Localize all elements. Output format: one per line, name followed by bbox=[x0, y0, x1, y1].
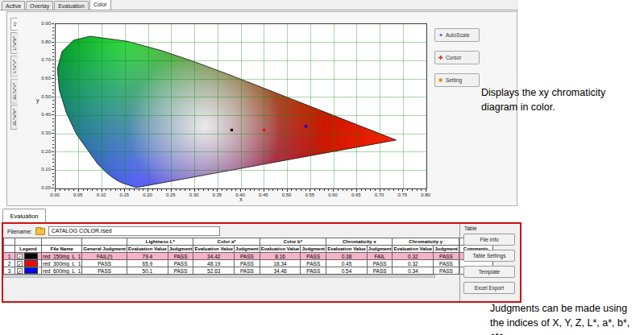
axis-tick bbox=[222, 189, 222, 191]
axis-tick bbox=[361, 189, 362, 191]
filename-field[interactable]: CATALOG COLOR.rsed bbox=[48, 226, 220, 236]
axis-tick bbox=[231, 189, 232, 191]
setting-label: Setting bbox=[446, 77, 462, 83]
cursor-button[interactable]: ✚Cursor bbox=[434, 51, 480, 64]
axis-tick bbox=[52, 31, 54, 31]
axis-tick bbox=[143, 189, 143, 191]
row-checkbox[interactable]: ✓ bbox=[17, 254, 23, 259]
excel-export-button[interactable]: Excel Export bbox=[463, 282, 515, 294]
file-name-cell: red_600mg_L_1 bbox=[42, 267, 82, 275]
value-cell: 0.38 bbox=[326, 253, 368, 260]
row-checkbox[interactable]: ✓ bbox=[17, 268, 23, 274]
filename-label: Filename: bbox=[7, 229, 32, 234]
side-tab-l-a-b[interactable]: L*a*b* bbox=[10, 32, 18, 54]
row-checkbox[interactable]: ✓ bbox=[17, 261, 23, 267]
axis-tick bbox=[319, 189, 320, 191]
axis-tick bbox=[52, 42, 54, 43]
column-header-general-judgment: General Judgment bbox=[82, 246, 127, 253]
axis-tick bbox=[217, 189, 218, 192]
axis-tick bbox=[52, 155, 54, 155]
axis-tick bbox=[52, 114, 54, 115]
file-info-button[interactable]: File Info bbox=[463, 234, 515, 246]
axis-tick bbox=[245, 189, 246, 191]
filename-row: Filename: CATALOG COLOR.rsed bbox=[7, 226, 220, 236]
tab-evaluation[interactable]: Evaluation bbox=[54, 1, 89, 10]
axis-tick bbox=[277, 189, 278, 191]
table-row[interactable]: 2✓red_300mg_L_1PASS65.9PASS48.19PASS18.3… bbox=[4, 260, 493, 267]
axis-tick bbox=[52, 64, 54, 64]
legend-cell: ✓ bbox=[16, 260, 40, 267]
table-row[interactable]: 3✓red_600mg_L_1PASS50.1PASS52.63PASS34.4… bbox=[4, 267, 493, 275]
value-cell: 0.45 bbox=[326, 260, 368, 267]
x-axis-tick-label: 0.80 bbox=[418, 192, 433, 197]
axis-tick bbox=[87, 189, 88, 191]
axis-tick bbox=[226, 189, 227, 191]
chart-buttons: ✦AutoScale✚Cursor✱Setting bbox=[434, 28, 480, 87]
autoscale-icon: ✦ bbox=[438, 32, 443, 38]
tab-color[interactable]: Color bbox=[89, 0, 111, 10]
axis-tick bbox=[78, 189, 79, 192]
value-cell: 0.32 bbox=[393, 260, 434, 267]
tab-overlay[interactable]: Overlay bbox=[26, 1, 53, 10]
x-axis-tick-label: 0.25 bbox=[164, 192, 178, 197]
tab-evaluation-bottom[interactable]: Evaluation bbox=[2, 209, 46, 222]
legend-swatch bbox=[24, 260, 38, 267]
panel-divider bbox=[459, 224, 460, 301]
data-point bbox=[305, 125, 307, 127]
axis-tick bbox=[384, 189, 384, 191]
evaluation-table: Lightness L*Color a*Color b*Chromaticity… bbox=[3, 238, 493, 275]
table-section-title: Table bbox=[464, 225, 477, 231]
legend-cell: ✓ bbox=[16, 253, 40, 259]
column-header-judgment: Judgment bbox=[168, 246, 193, 253]
table-settings-button[interactable]: Table Settings bbox=[463, 250, 515, 262]
group-header-color-b: Color b* bbox=[260, 238, 326, 246]
x-axis-tick-label: 0.45 bbox=[256, 192, 271, 197]
side-tab-l-u-v[interactable]: ΔL*u*v* bbox=[10, 79, 18, 104]
axis-tick bbox=[52, 126, 54, 126]
axis-tick bbox=[52, 93, 54, 93]
x-axis-title: x bbox=[236, 196, 246, 202]
folder-icon[interactable] bbox=[35, 228, 45, 235]
side-tab-xy[interactable]: xy bbox=[10, 18, 18, 31]
value-cell: PASS bbox=[434, 253, 459, 260]
axis-tick bbox=[52, 75, 54, 76]
axis-tick bbox=[333, 189, 334, 192]
x-axis-tick-label: 0.35 bbox=[210, 192, 224, 197]
side-tab-l-a-b[interactable]: ΔL*a*b* bbox=[10, 105, 18, 130]
top-tab-bar: ActiveOverlayEvaluationColor bbox=[0, 0, 518, 10]
autoscale-button[interactable]: ✦AutoScale bbox=[434, 28, 480, 42]
axis-tick bbox=[213, 189, 214, 191]
axis-tick bbox=[60, 189, 60, 191]
chart-side-tabs: xyL*a*b*L*u*v*ΔL*u*v*ΔL*a*b* bbox=[10, 18, 18, 130]
column-header-evaluation-value: Evaluation Value bbox=[393, 246, 434, 253]
tab-active[interactable]: Active bbox=[2, 1, 25, 10]
side-tab-l-u-v[interactable]: L*u*v* bbox=[10, 56, 18, 77]
axis-tick bbox=[52, 159, 54, 159]
table-horizontal-scrollbar[interactable] bbox=[3, 275, 435, 278]
axis-tick bbox=[52, 85, 54, 86]
axis-tick bbox=[73, 189, 74, 191]
legend-cell-td: ✓ bbox=[15, 253, 42, 260]
axis-tick bbox=[370, 189, 371, 191]
axis-tick bbox=[356, 189, 357, 192]
axis-tick bbox=[52, 35, 54, 35]
axis-tick bbox=[102, 189, 102, 192]
axis-tick bbox=[52, 140, 54, 141]
legend-cell-td: ✓ bbox=[15, 267, 42, 275]
axis-tick bbox=[189, 189, 190, 191]
y-axis-tick-label: 0.40 bbox=[31, 112, 51, 117]
table-row[interactable]: 1✓red_150mg_L_1FAIL(!)79.4PASS34.42PASS8… bbox=[4, 253, 493, 260]
page: ActiveOverlayEvaluationColor xyL*a*b*L*u… bbox=[0, 0, 644, 335]
group-header-lightness-l: Lightness L* bbox=[127, 238, 193, 246]
axis-tick bbox=[52, 180, 54, 181]
template-button[interactable]: Template bbox=[463, 266, 515, 278]
setting-button[interactable]: ✱Setting bbox=[434, 73, 480, 87]
axis-tick bbox=[235, 189, 236, 191]
axis-tick bbox=[52, 147, 54, 148]
x-axis-tick-label: 0.40 bbox=[233, 192, 247, 197]
data-point bbox=[231, 129, 233, 131]
axis-tick bbox=[134, 189, 135, 191]
axis-tick bbox=[250, 189, 251, 191]
axis-tick bbox=[52, 82, 54, 83]
chromaticity-plot bbox=[55, 23, 427, 189]
